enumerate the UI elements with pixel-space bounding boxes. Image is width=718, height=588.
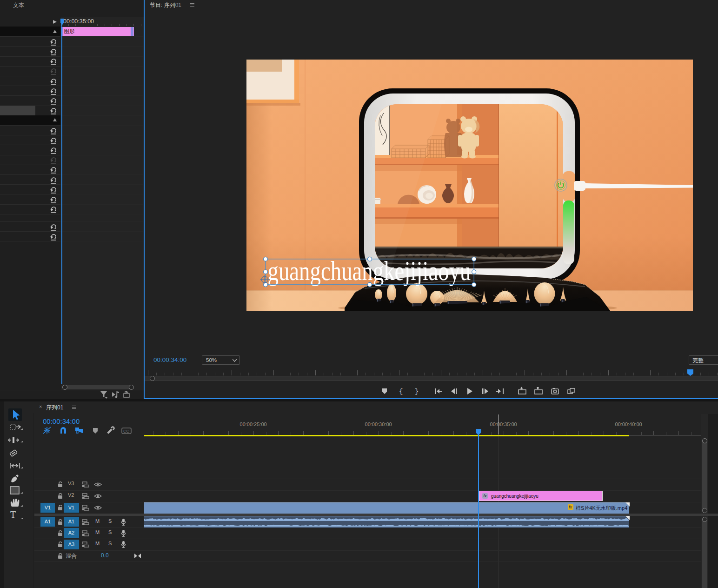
svg-text:CC: CC xyxy=(123,429,129,434)
